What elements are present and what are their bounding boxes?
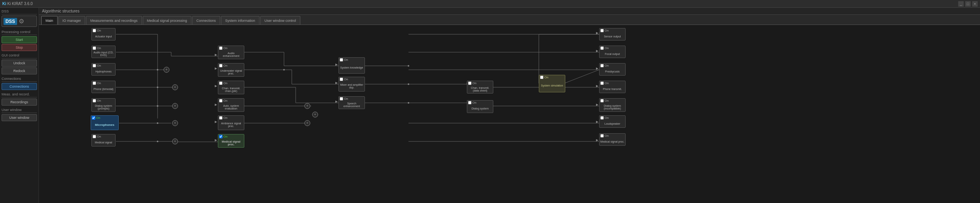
tab-system-info[interactable]: System information (221, 16, 259, 25)
block-focal-output[interactable]: On Focal output (599, 46, 626, 58)
dialog-out-check[interactable] (468, 101, 472, 104)
sys-sim-checkbox[interactable]: On (540, 76, 549, 79)
block-chan-transmit-out[interactable]: On Chan. transmit. (data sheet) (467, 81, 493, 94)
medical-out-checkbox[interactable]: On (600, 134, 609, 138)
block-microphones[interactable]: On Microphones (91, 115, 119, 130)
undock-button[interactable]: Undock (2, 60, 37, 67)
block-medical-proc[interactable]: On Medical signal proc. (218, 134, 244, 148)
medical-proc-check[interactable] (219, 135, 223, 138)
mixer-check[interactable] (340, 78, 343, 81)
audio-on-check[interactable] (93, 46, 96, 50)
block-presbycusis[interactable]: On Presbycusis (599, 63, 626, 76)
phone-checkbox[interactable]: On (93, 81, 101, 85)
block-actuator-input[interactable]: On Actuator input (91, 28, 116, 41)
actuator-input-label: Actuator input (95, 35, 112, 38)
focal-check[interactable] (600, 46, 604, 50)
medical-signal-check[interactable] (93, 135, 96, 138)
auto-system-checkbox[interactable]: On (219, 99, 228, 102)
block-underwater[interactable]: On Underwater signal proc. (218, 63, 244, 77)
underwater-checkbox[interactable]: On (219, 64, 228, 67)
presbycusis-checkbox[interactable]: On (600, 64, 609, 67)
mixer-checkbox[interactable]: On (340, 78, 348, 81)
loudspeaker-check[interactable] (600, 116, 604, 120)
chan-transmit-check[interactable] (219, 81, 223, 85)
block-auto-system[interactable]: On Auto. system evaluation (218, 98, 244, 112)
block-medical-output[interactable]: On Medical signal proc. (599, 133, 626, 146)
block-phone-bimodal[interactable]: On Phone (bimodal) (91, 81, 116, 93)
chan-transmit-out-label: Chan. transmit. (data sheet) (468, 86, 492, 92)
block-speech-enhancement[interactable]: On Speech enhancement (338, 96, 365, 109)
tab-user-window-control[interactable]: User window control (260, 16, 300, 25)
block-chan-transmit[interactable]: On Chan. transmit. chan.(pte) (218, 81, 244, 94)
sys-know-check[interactable] (340, 58, 343, 62)
audio-enh-check[interactable] (219, 46, 223, 50)
actuator-on-check[interactable] (93, 29, 96, 32)
dialog-prompts-check[interactable] (93, 99, 96, 102)
medical-proc-checkbox[interactable]: On (219, 135, 228, 138)
dialog-out-label: Dialog system (472, 107, 489, 110)
svg-marker-74 (596, 32, 598, 34)
block-audio-input[interactable]: On Audio input (CD, DVD) (91, 46, 116, 58)
dialog-incompat-checkbox[interactable]: On (600, 99, 609, 102)
dialog-out-checkbox[interactable]: On (468, 101, 477, 104)
tab-medical[interactable]: Medical signal processing (143, 16, 191, 25)
microphones-checkbox[interactable]: On (92, 116, 100, 120)
phone-out-checkbox[interactable]: On (600, 81, 609, 85)
block-phone-output[interactable]: On Phone transmit. (599, 81, 626, 93)
block-dialog-prompts[interactable]: On Dialog system (prompts) (91, 98, 116, 112)
block-loudspeaker[interactable]: On Loudspeaker (599, 115, 626, 128)
close-button[interactable]: × (972, 1, 978, 7)
microphones-on-check[interactable] (92, 116, 95, 120)
hydrophones-checkbox[interactable]: On (93, 64, 101, 67)
block-hydrophones[interactable]: On Hydrophones (91, 63, 116, 76)
phone-out-check[interactable] (600, 81, 604, 85)
sys-know-checkbox[interactable]: On (340, 58, 348, 62)
underwater-check[interactable] (219, 64, 223, 67)
ambiance-checkbox[interactable]: On (219, 116, 228, 120)
dialog-prompts-checkbox[interactable]: On (93, 99, 101, 102)
block-sensor-output[interactable]: On Sensor output (599, 28, 626, 41)
recordings-button[interactable]: Recordings (2, 99, 37, 106)
connections-button[interactable]: Connections (2, 83, 37, 90)
block-system-knowledge[interactable]: On System knowledge (338, 57, 365, 74)
block-ambiance[interactable]: On Ambiance signal proc. (218, 115, 244, 130)
block-dialog-out[interactable]: On Dialog system (467, 100, 493, 113)
block-medical-signal[interactable]: On Medical signal (91, 134, 116, 147)
dialog-incompat-check[interactable] (600, 99, 604, 102)
user-window-button[interactable]: User window (2, 114, 37, 121)
block-system-simulation[interactable]: On System simulation (539, 75, 565, 92)
block-mixer-amplifier[interactable]: On Mixer and amplifier dsp. (338, 77, 365, 92)
sys-sim-check[interactable] (540, 76, 543, 79)
auto-system-check[interactable] (219, 99, 223, 102)
sensor-check[interactable] (600, 29, 604, 32)
start-button[interactable]: Start (2, 36, 37, 43)
hydro-on-check[interactable] (93, 64, 96, 67)
tab-measurements[interactable]: Measurements and recordings (86, 16, 142, 25)
stop-button[interactable]: Stop (2, 44, 37, 51)
phone-on-check[interactable] (93, 81, 96, 85)
tab-connections[interactable]: Connections (192, 16, 220, 25)
presbycusis-check[interactable] (600, 64, 604, 67)
maximize-button[interactable]: □ (965, 1, 971, 7)
svg-text:+: + (306, 121, 309, 125)
actuator-input-checkbox[interactable]: On (93, 29, 101, 32)
ambiance-check[interactable] (219, 116, 223, 120)
medical-signal-checkbox[interactable]: On (93, 135, 101, 138)
chan-out-checkbox[interactable]: On (468, 81, 477, 85)
medical-out-check[interactable] (600, 134, 604, 138)
tab-io-manager[interactable]: IO manager (58, 16, 86, 25)
speech-enh-checkbox[interactable]: On (340, 97, 348, 101)
chan-transmit-checkbox[interactable]: On (219, 81, 228, 85)
speech-enh-check[interactable] (340, 97, 343, 101)
audio-input-checkbox[interactable]: On (93, 46, 101, 50)
minimize-button[interactable]: _ (958, 1, 964, 7)
tab-main[interactable]: Main (41, 16, 58, 25)
redock-button[interactable]: Redock (2, 67, 37, 74)
block-dialog-incompatible[interactable]: On Dialog system (incompatible) (599, 98, 626, 112)
loudspeaker-checkbox[interactable]: On (600, 116, 609, 120)
focal-checkbox[interactable]: On (600, 46, 609, 50)
sensor-checkbox[interactable]: On (600, 29, 609, 32)
block-audio-enhancement[interactable]: On Audio enhancement (218, 46, 244, 59)
chan-out-check[interactable] (468, 81, 472, 85)
audio-enh-checkbox[interactable]: On (219, 46, 228, 50)
